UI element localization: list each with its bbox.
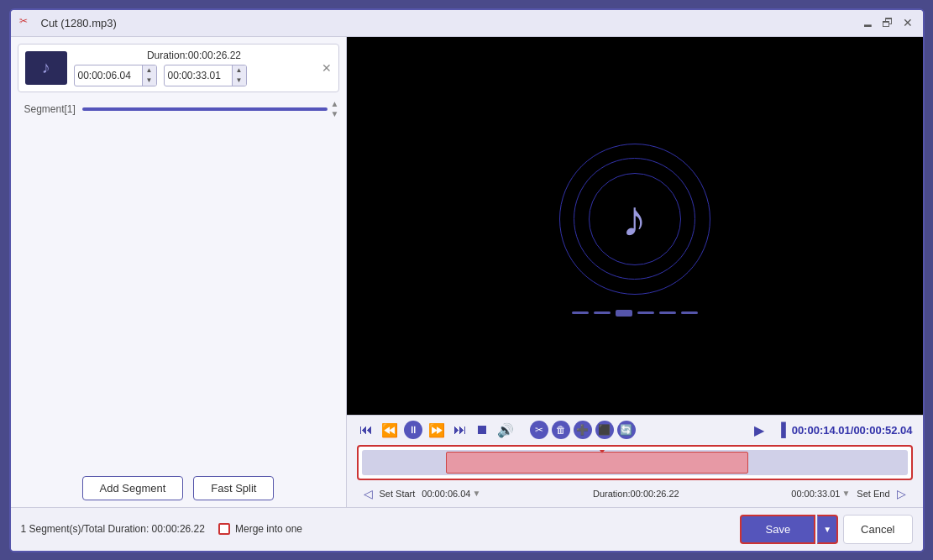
save-dropdown-button[interactable]: ▼ bbox=[817, 515, 838, 544]
set-end-arrow: ▷ bbox=[897, 487, 906, 500]
duration-label: Duration:00:00:26.22 bbox=[74, 50, 315, 61]
start-spin-down[interactable]: ▼ bbox=[143, 76, 156, 86]
merge-label[interactable]: Merge into one bbox=[235, 523, 302, 535]
add-segment-button[interactable]: Add Segment bbox=[82, 476, 184, 500]
mark-out-button[interactable]: ▐ bbox=[773, 421, 788, 439]
end-value-dropdown[interactable]: 00:00:33.01 ▼ bbox=[791, 489, 850, 499]
segment-header: ♪ Duration:00:00:26.22 ▲ ▼ bbox=[18, 44, 339, 92]
maximize-button[interactable]: 🗗 bbox=[881, 16, 894, 29]
set-start-arrow: ◁ bbox=[364, 487, 373, 500]
eq-bar-5 bbox=[659, 311, 676, 314]
end-spin-up[interactable]: ▲ bbox=[233, 65, 246, 76]
time-inputs: ▲ ▼ ▲ ▼ bbox=[74, 65, 315, 86]
eq-bar-3 bbox=[616, 310, 632, 317]
volume-button[interactable]: 🔊 bbox=[495, 421, 516, 440]
window-title: Cut (1280.mp3) bbox=[41, 17, 854, 29]
segment-tab-1[interactable]: Segment[1] bbox=[18, 102, 82, 117]
segment-info: Duration:00:00:26.22 ▲ ▼ ▲ bbox=[74, 50, 315, 86]
titlebar: ✂ Cut (1280.mp3) 🗕 🗗 ✕ bbox=[11, 10, 923, 37]
delete-button[interactable]: 🗑 bbox=[552, 421, 570, 439]
eq-bar-6 bbox=[681, 311, 698, 314]
action-buttons: Save ▼ Cancel bbox=[740, 515, 912, 544]
eq-bar-1 bbox=[572, 311, 589, 314]
eq-bar-2 bbox=[594, 311, 611, 314]
pause-button[interactable]: ⏸ bbox=[404, 421, 422, 439]
rewind-button[interactable]: ⏪ bbox=[379, 421, 401, 440]
start-value-dropdown[interactable]: 00:00:06.04 ▼ bbox=[422, 489, 480, 499]
end-time-input[interactable] bbox=[165, 68, 232, 83]
refresh-button[interactable]: 🔄 bbox=[617, 421, 636, 439]
end-dropdown-arrow: ▼ bbox=[841, 489, 850, 498]
minimize-button[interactable]: 🗕 bbox=[861, 16, 874, 29]
stop-button[interactable]: ⏹ bbox=[473, 421, 491, 439]
segments-status: 1 Segment(s)/Total Duration: 00:00:26.22 bbox=[21, 523, 205, 535]
start-spin-btns: ▲ ▼ bbox=[142, 65, 156, 86]
segment-thumbnail: ♪ bbox=[25, 51, 67, 85]
end-spin-btns: ▲ ▼ bbox=[232, 65, 246, 86]
clip-button[interactable]: ✂ bbox=[530, 421, 548, 439]
circle-container: ♪ bbox=[551, 135, 719, 303]
merge-checkbox-wrapper: Merge into one bbox=[218, 523, 302, 535]
status-bar: 1 Segment(s)/Total Duration: 00:00:26.22… bbox=[11, 507, 923, 551]
start-time-wrapper: ▲ ▼ bbox=[74, 65, 157, 86]
eq-bar-4 bbox=[637, 311, 654, 314]
music-note-icon: ♪ bbox=[622, 190, 647, 248]
add-button[interactable]: ➕ bbox=[574, 421, 592, 439]
skip-to-start-button[interactable]: ⏮ bbox=[357, 421, 375, 439]
close-button[interactable]: ✕ bbox=[901, 16, 915, 29]
transport-row: ⏮ ⏪ ⏸ ⏩ ⏭ ⏹ 🔊 ✂ 🗑 ➕ ⬛ 🔄 ▶ ▐ 00:00:1 bbox=[357, 421, 913, 440]
scroll-down-arrow[interactable]: ▼ bbox=[331, 109, 339, 119]
set-start-label: Set Start bbox=[380, 489, 416, 499]
bottom-buttons: Add Segment Fast Split bbox=[18, 469, 339, 500]
set-end-label: Set End bbox=[857, 489, 889, 499]
end-spin-down[interactable]: ▼ bbox=[233, 76, 246, 86]
skip-to-end-button[interactable]: ⏭ bbox=[451, 421, 469, 439]
cancel-button[interactable]: Cancel bbox=[843, 515, 912, 544]
close-segment-button[interactable]: ✕ bbox=[322, 61, 332, 75]
scroll-arrows: ▲ ▼ bbox=[331, 99, 339, 119]
controls-bar: ⏮ ⏪ ⏸ ⏩ ⏭ ⏹ 🔊 ✂ 🗑 ➕ ⬛ 🔄 ▶ ▐ 00:00:1 bbox=[347, 415, 923, 507]
music-visual: ♪ bbox=[551, 135, 719, 317]
start-time-input[interactable] bbox=[75, 68, 142, 83]
end-time-wrapper: ▲ ▼ bbox=[164, 65, 247, 86]
step-forward-button[interactable]: ⏩ bbox=[426, 421, 448, 440]
video-area: ♪ bbox=[347, 37, 923, 415]
record-button[interactable]: ⬛ bbox=[595, 421, 614, 439]
left-panel: ♪ Duration:00:00:26.22 ▲ ▼ bbox=[11, 37, 347, 507]
duration-display: Duration:00:00:26.22 bbox=[487, 489, 784, 499]
segment-progress bbox=[82, 107, 328, 111]
timeline-track bbox=[362, 450, 908, 475]
app-icon: ✂ bbox=[19, 15, 34, 30]
save-button[interactable]: Save bbox=[740, 515, 815, 544]
segment-tabs: Segment[1] ▲ ▼ bbox=[18, 99, 339, 119]
right-panel: ♪ ⏮ ⏪ bbox=[347, 37, 923, 507]
equalizer bbox=[572, 310, 698, 317]
mark-in-button[interactable]: ▶ bbox=[752, 421, 767, 440]
timeline-markers: ◁ Set Start 00:00:06.04 ▼ Duration:00:00… bbox=[357, 485, 913, 502]
start-dropdown-arrow: ▼ bbox=[472, 489, 480, 498]
fast-split-button[interactable]: Fast Split bbox=[193, 476, 274, 500]
segment-list-area bbox=[18, 123, 339, 469]
main-window: ✂ Cut (1280.mp3) 🗕 🗗 ✕ ♪ Duration:00:00:… bbox=[9, 8, 925, 552]
scroll-up-arrow[interactable]: ▲ bbox=[331, 99, 339, 109]
timeline-selected-region bbox=[446, 452, 748, 474]
main-content: ♪ Duration:00:00:26.22 ▲ ▼ bbox=[11, 37, 923, 507]
start-time-value: 00:00:06.04 bbox=[422, 489, 470, 499]
start-spin-up[interactable]: ▲ bbox=[143, 65, 156, 76]
time-display: 00:00:14.01/00:00:52.04 bbox=[792, 424, 913, 437]
end-time-value: 00:00:33.01 bbox=[791, 489, 840, 499]
timeline-area[interactable] bbox=[357, 445, 913, 480]
merge-checkbox[interactable] bbox=[218, 523, 230, 535]
